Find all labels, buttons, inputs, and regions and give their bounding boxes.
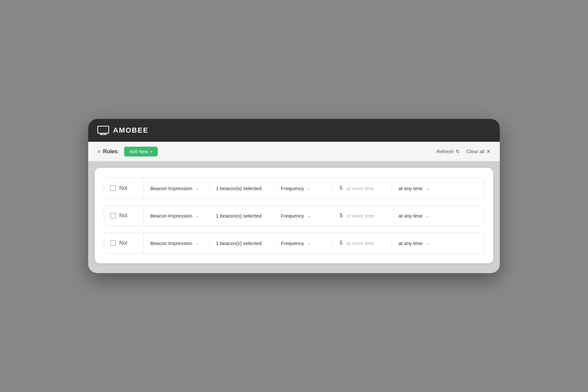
rule-1-or-more-time: or more time [347, 186, 374, 191]
rule-1-beacon-type[interactable]: Beacon Impression ⌄ [144, 186, 209, 191]
rule-3-frequency-chevron-icon: ⌄ [307, 241, 311, 246]
rule-3-beacon-type-text: Beacon Impression [150, 240, 192, 246]
rule-3-at-any-time[interactable]: at any time ⌄ [392, 240, 484, 246]
device-frame: AMOBEE ≡ Rules: Add New + Refresh ↻ Clea… [88, 119, 500, 273]
rule-2-beacon-type-text: Beacon Impression [150, 213, 192, 219]
rule-2-frequency-chevron-icon: ⌄ [307, 213, 311, 218]
rule-2-at-any-time-text: at any time [399, 213, 422, 219]
rule-2-beacon-chevron-icon: ⌄ [195, 213, 199, 218]
rule-1-frequency-chevron-icon: ⌄ [307, 186, 311, 191]
clear-all-icon: ✕ [486, 149, 491, 155]
rules-card: Not Beacon Impression ⌄ 1 beacon(s) sele… [95, 168, 493, 263]
toolbar-right: Refresh ↻ Clear all ✕ [436, 149, 491, 155]
rule-3-count: 5 [340, 240, 343, 246]
rule-3-frequency-text: Frequency [281, 240, 304, 246]
rule-2-not-label: Not [119, 213, 127, 219]
refresh-icon: ↻ [456, 149, 460, 155]
rule-1-count: 5 [340, 185, 343, 191]
rule-1-frequency[interactable]: Frequency ⌄ [274, 186, 333, 191]
rule-3-beacon-chevron-icon: ⌄ [195, 241, 199, 246]
rule-3-at-any-time-text: at any time [399, 240, 422, 246]
rules-label-area: ≡ Rules: [97, 149, 119, 155]
top-bar: AMOBEE [88, 119, 500, 142]
add-new-button[interactable]: Add New + [124, 147, 158, 156]
rule-3-beacon-selected[interactable]: 1 beacon(s) selected [209, 240, 274, 246]
rule-2-at-any-time-chevron-icon: ⌄ [426, 213, 429, 218]
rule-2-beacon-type[interactable]: Beacon Impression ⌄ [144, 213, 209, 219]
rule-1-checkbox[interactable] [110, 185, 116, 191]
rule-3-at-any-time-chevron-icon: ⌄ [426, 241, 429, 246]
rule-3-frequency[interactable]: Frequency ⌄ [274, 240, 333, 246]
refresh-label: Refresh [436, 149, 454, 154]
add-new-plus-icon: + [150, 149, 153, 154]
rule-1-beacon-selected-text: 1 beacon(s) selected [216, 186, 261, 191]
rule-1-at-any-time[interactable]: at any time ⌄ [392, 186, 484, 191]
rule-1-beacon-chevron-icon: ⌄ [195, 186, 199, 191]
refresh-button[interactable]: Refresh ↻ [436, 149, 460, 155]
rule-1-beacon-selected[interactable]: 1 beacon(s) selected [209, 186, 274, 191]
rule-2-checkbox[interactable] [110, 213, 116, 219]
rule-2-count: 5 [340, 213, 343, 219]
toolbar: ≡ Rules: Add New + Refresh ↻ Clear all ✕ [88, 142, 500, 161]
rule-2-frequency-text: Frequency [281, 213, 304, 219]
add-new-label: Add New [129, 149, 148, 154]
clear-all-label: Clear all [466, 149, 484, 154]
rule-2-at-any-time[interactable]: at any time ⌄ [392, 213, 484, 219]
rule-1-frequency-text: Frequency [281, 186, 304, 191]
layers-icon: ≡ [97, 149, 100, 155]
rule-2-or-more-time: or more time [347, 213, 374, 219]
rule-2-count-area: 5 or more time [333, 213, 392, 219]
rule-row: Not Beacon Impression ⌄ 1 beacon(s) sele… [104, 178, 484, 199]
rule-3-beacon-selected-text: 1 beacon(s) selected [216, 240, 261, 246]
rule-3-count-area: 5 or more time [333, 240, 392, 246]
rule-3-or-more-time: or more time [347, 240, 374, 246]
rule-row: Not Beacon Impression ⌄ 1 beacon(s) sele… [104, 233, 484, 253]
rule-1-checkbox-area: Not [104, 185, 143, 191]
rule-2-frequency[interactable]: Frequency ⌄ [274, 213, 333, 219]
rule-3-checkbox[interactable] [110, 240, 116, 246]
main-content: Not Beacon Impression ⌄ 1 beacon(s) sele… [88, 161, 500, 273]
brand-name: AMOBEE [113, 126, 149, 135]
rule-1-beacon-type-text: Beacon Impression [150, 186, 192, 191]
rules-label: Rules: [103, 149, 119, 155]
svg-rect-0 [98, 126, 109, 133]
rule-row: Not Beacon Impression ⌄ 1 beacon(s) sele… [104, 205, 484, 226]
clear-all-button[interactable]: Clear all ✕ [466, 149, 491, 155]
rule-2-beacon-selected-text: 1 beacon(s) selected [216, 213, 261, 219]
rule-1-at-any-time-text: at any time [399, 186, 422, 191]
rule-1-at-any-time-chevron-icon: ⌄ [426, 186, 429, 191]
rule-3-checkbox-area: Not [104, 240, 143, 246]
rule-3-not-label: Not [119, 240, 127, 246]
logo-area: AMOBEE [97, 126, 149, 135]
rule-1-count-area: 5 or more time [333, 185, 392, 191]
rule-1-not-label: Not [119, 185, 127, 191]
rule-2-beacon-selected[interactable]: 1 beacon(s) selected [209, 213, 274, 219]
rule-3-beacon-type[interactable]: Beacon Impression ⌄ [144, 240, 209, 246]
monitor-icon [97, 126, 109, 135]
rule-2-checkbox-area: Not [104, 213, 143, 219]
